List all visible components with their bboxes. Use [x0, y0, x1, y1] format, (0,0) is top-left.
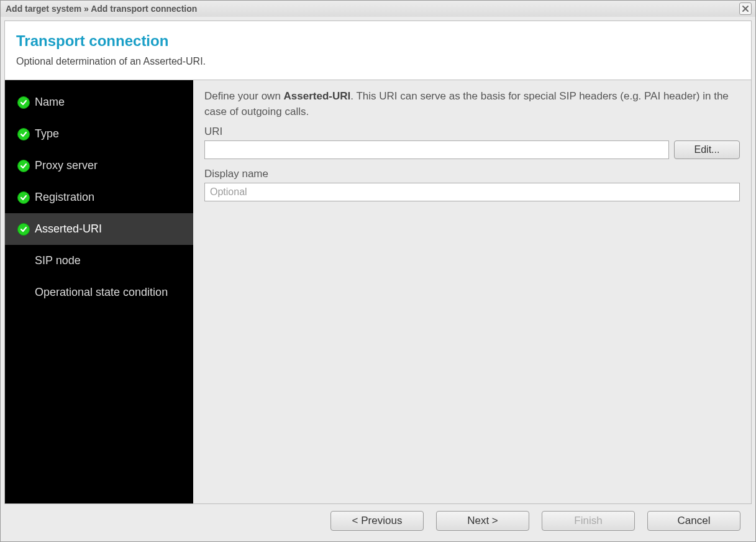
check-icon: [17, 223, 30, 236]
check-icon: [17, 160, 30, 172]
uri-row: Edit...: [204, 140, 740, 159]
step-label: Registration: [35, 191, 193, 204]
step-label: SIP node: [35, 254, 193, 267]
step-label: Proxy server: [35, 159, 193, 172]
step-sip-node[interactable]: SIP node: [5, 245, 193, 277]
wizard-dialog: Add target system » Add transport connec…: [0, 0, 756, 542]
breadcrumb-sep: »: [84, 4, 91, 14]
step-label: Asserted-URI: [35, 223, 193, 236]
content-panel: Define your own Asserted-URI. This URI c…: [193, 80, 751, 503]
step-status-icon-slot: [17, 160, 35, 172]
header-panel: Transport connection Optional determinat…: [4, 21, 752, 80]
page-subtitle: Optional determination of an Asserted-UR…: [16, 56, 740, 67]
titlebar: Add target system » Add transport connec…: [1, 1, 755, 17]
footer-buttons: < Previous Next > Finish Cancel: [4, 504, 752, 538]
body-area: Name Type Proxy server: [4, 80, 752, 504]
finish-button: Finish: [542, 511, 635, 531]
step-operational-state[interactable]: Operational state condition: [5, 277, 193, 308]
step-type[interactable]: Type: [5, 118, 193, 150]
next-button[interactable]: Next >: [436, 511, 529, 531]
uri-input[interactable]: [204, 140, 669, 159]
step-label: Operational state condition: [35, 286, 193, 299]
step-status-icon-slot: [17, 191, 35, 204]
step-registration[interactable]: Registration: [5, 181, 193, 213]
uri-label: URI: [204, 126, 740, 138]
check-icon: [17, 191, 30, 204]
step-status-icon-slot: [17, 128, 35, 140]
breadcrumb: Add target system » Add transport connec…: [6, 4, 739, 14]
page-title: Transport connection: [16, 32, 740, 50]
step-status-icon-slot: [17, 223, 35, 236]
edit-button[interactable]: Edit...: [674, 140, 740, 159]
breadcrumb-part-1: Add target system: [6, 4, 81, 14]
cancel-button[interactable]: Cancel: [647, 511, 740, 531]
step-label: Name: [35, 96, 193, 109]
close-icon: [742, 5, 749, 12]
display-name-label: Display name: [204, 168, 740, 180]
close-button[interactable]: [739, 2, 752, 15]
step-status-icon-slot: [17, 96, 35, 109]
step-proxy-server[interactable]: Proxy server: [5, 150, 193, 181]
instruction-text: Define your own Asserted-URI. This URI c…: [204, 89, 740, 119]
display-name-input[interactable]: [204, 183, 740, 201]
step-name[interactable]: Name: [5, 86, 193, 118]
step-asserted-uri[interactable]: Asserted-URI: [5, 213, 193, 245]
wizard-steps-sidebar: Name Type Proxy server: [5, 80, 193, 503]
check-icon: [17, 128, 30, 140]
previous-button[interactable]: < Previous: [330, 511, 424, 531]
breadcrumb-part-2: Add transport connection: [91, 4, 197, 14]
step-label: Type: [35, 127, 193, 140]
check-icon: [17, 96, 30, 109]
